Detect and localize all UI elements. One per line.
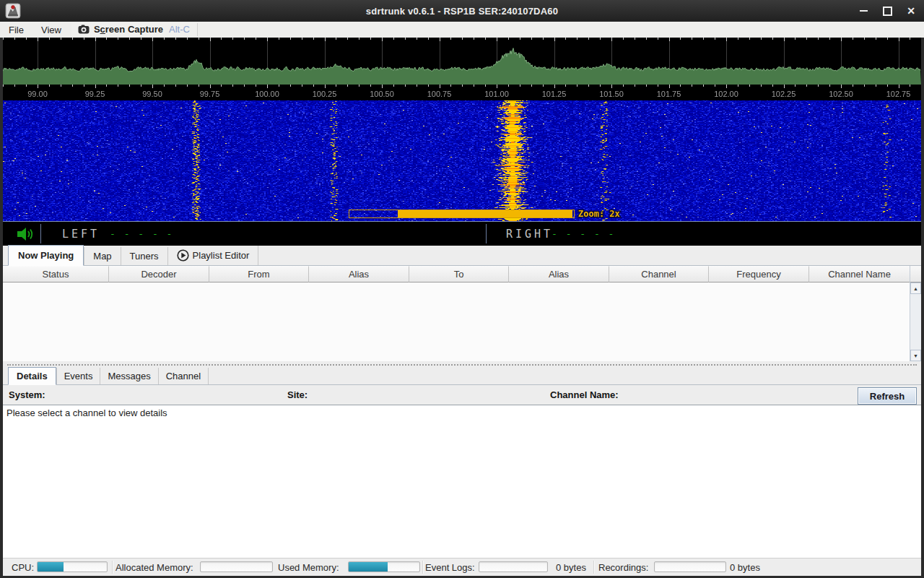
event-logs-label: Event Logs: xyxy=(425,562,475,573)
details-toolbar: System: Site: Channel Name: Refresh xyxy=(3,385,921,405)
audio-divider xyxy=(486,224,487,243)
menu-bar: File View Screen Capture Alt-C xyxy=(0,22,924,38)
spectrum-panel xyxy=(3,38,921,221)
channel-name-label: Channel Name: xyxy=(550,389,619,400)
sdrtrunk-app-icon xyxy=(5,3,21,19)
scroll-down-button[interactable]: ▼ xyxy=(910,350,921,361)
status-separator xyxy=(422,561,424,574)
table-body-empty xyxy=(3,282,910,361)
event-logs-size: 0 bytes xyxy=(556,562,586,573)
refresh-button[interactable]: Refresh xyxy=(858,387,917,405)
maximize-icon xyxy=(883,7,892,16)
col-alias-to[interactable]: Alias xyxy=(509,266,609,282)
menu-file[interactable]: File xyxy=(0,23,32,37)
cpu-progress-fill xyxy=(38,562,64,571)
col-alias-from[interactable]: Alias xyxy=(309,266,409,282)
table-vertical-scrollbar: ▲ ▼ xyxy=(910,266,921,361)
tab-tuners[interactable]: Tuners xyxy=(121,247,168,265)
col-channel-name[interactable]: Channel Name xyxy=(809,266,910,282)
split-pane-divider[interactable] xyxy=(3,361,921,367)
cpu-label: CPU: xyxy=(12,562,34,573)
title-bar: sdrtrunk v0.6.1 - RSP1B SER:240107DA60 ✕ xyxy=(0,0,924,22)
camera-icon xyxy=(78,25,90,34)
minimize-button[interactable] xyxy=(858,5,869,17)
scrollbar-corner xyxy=(910,266,921,282)
waterfall-canvas[interactable] xyxy=(3,100,921,221)
scroll-down-icon: ▼ xyxy=(913,353,918,358)
details-placeholder: Please select a channel to view details xyxy=(6,407,167,418)
recordings-label: Recordings: xyxy=(598,562,648,573)
tab-now-playing[interactable]: Now Playing xyxy=(8,245,84,266)
col-from[interactable]: From xyxy=(209,266,309,282)
details-text-area: Please select a channel to view details xyxy=(3,405,921,558)
status-bar: CPU: Allocated Memory: Used Memory: Even… xyxy=(3,558,921,576)
system-label: System: xyxy=(9,389,45,400)
tab-map[interactable]: Map xyxy=(84,247,121,265)
screen-capture-label: Screen Capture xyxy=(94,24,163,35)
col-frequency[interactable]: Frequency xyxy=(709,266,809,282)
sdrtrunk-window: sdrtrunk v0.6.1 - RSP1B SER:240107DA60 ✕… xyxy=(0,0,924,578)
divider-dots xyxy=(7,364,916,366)
main-tab-bar: Now Playing Map Tuners Playlist Editor xyxy=(3,246,921,266)
col-status[interactable]: Status xyxy=(3,266,109,282)
recordings-progress xyxy=(654,561,726,572)
close-button[interactable]: ✕ xyxy=(905,5,917,17)
cpu-progress xyxy=(37,561,108,572)
maximize-button[interactable] xyxy=(881,5,893,17)
tab-channel[interactable]: Channel xyxy=(159,368,209,384)
tab-details[interactable]: Details xyxy=(8,367,56,385)
audio-panel: LEFT - - - - - RIGHT - - - - - xyxy=(3,221,921,246)
col-decoder[interactable]: Decoder xyxy=(109,266,209,282)
audio-right-label: RIGHT xyxy=(506,228,553,241)
allocated-memory-label: Allocated Memory: xyxy=(116,562,193,573)
allocated-memory-progress xyxy=(200,561,273,572)
tab-events[interactable]: Events xyxy=(56,368,101,384)
fft-spectrum-canvas[interactable] xyxy=(3,38,921,85)
play-circle-icon xyxy=(177,249,189,262)
speaker-icon[interactable] xyxy=(16,226,36,242)
audio-right-value: - - - - - xyxy=(552,228,615,239)
tab-playlist-editor[interactable]: Playlist Editor xyxy=(168,246,259,265)
recordings-size: 0 bytes xyxy=(730,562,760,573)
detail-tab-bar: Details Events Messages Channel xyxy=(3,367,921,385)
used-memory-progress xyxy=(348,561,420,572)
site-label: Site: xyxy=(287,389,308,400)
status-separator xyxy=(112,561,113,574)
scrollbar-track[interactable] xyxy=(910,294,921,350)
audio-left-value: - - - - - xyxy=(110,228,173,239)
screen-capture-shortcut: Alt-C xyxy=(169,24,190,35)
menu-view[interactable]: View xyxy=(32,23,70,37)
used-memory-label: Used Memory: xyxy=(278,562,339,573)
table-header-row: Status Decoder From Alias To Alias Chann… xyxy=(3,266,910,282)
frequency-axis-canvas[interactable] xyxy=(3,85,921,100)
tab-messages[interactable]: Messages xyxy=(100,368,158,384)
menu-screen-capture[interactable]: Screen Capture Alt-C xyxy=(71,23,198,36)
used-memory-progress-fill xyxy=(349,562,388,571)
scroll-up-icon: ▲ xyxy=(913,286,918,291)
col-to[interactable]: To xyxy=(409,266,509,282)
status-separator xyxy=(593,561,595,574)
window-title: sdrtrunk v0.6.1 - RSP1B SER:240107DA60 xyxy=(0,6,924,17)
minimize-icon xyxy=(860,10,868,12)
col-channel[interactable]: Channel xyxy=(609,266,709,282)
audio-divider xyxy=(40,224,41,243)
scroll-up-button[interactable]: ▲ xyxy=(910,282,921,294)
now-playing-table: Status Decoder From Alias To Alias Chann… xyxy=(3,266,921,361)
audio-left-label: LEFT xyxy=(62,228,100,241)
event-logs-progress xyxy=(479,561,548,572)
